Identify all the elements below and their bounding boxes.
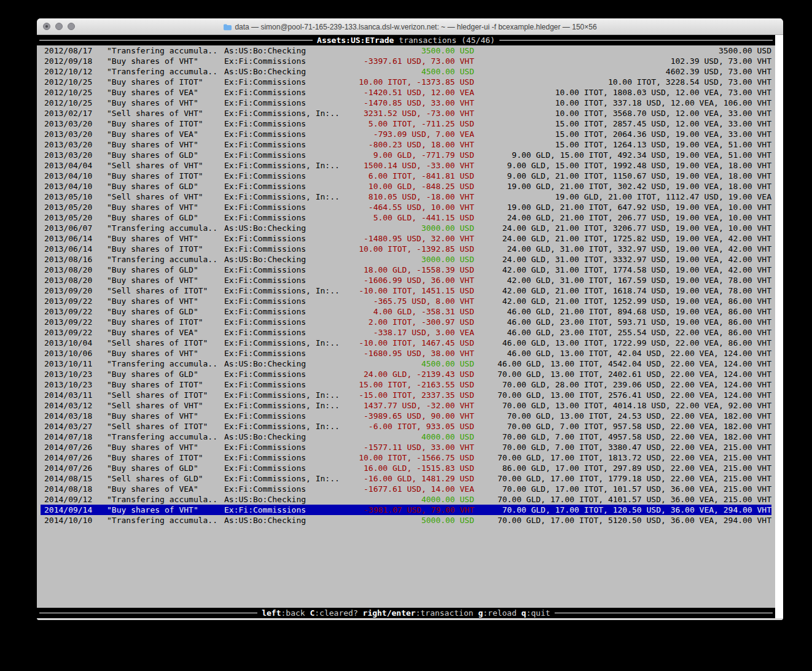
- table-row[interactable]: 2014/03/11 "Sell shares of ITOT" Ex:Fi:C…: [41, 390, 771, 400]
- table-row[interactable]: 2014/03/12 "Sell shares of VHT" Ex:Fi:Co…: [41, 400, 771, 411]
- table-row[interactable]: 2013/05/10 "Sell shares of VHT" Ex:Fi:Co…: [41, 192, 771, 202]
- row-change: 5.00 GLD, -441.15 USD: [373, 212, 474, 223]
- row-accounts: Ex:Fi:Commissions: [224, 202, 306, 212]
- desktop-background: data — simon@pool-71-165-239-133.lsanca.…: [0, 0, 812, 671]
- row-description: "Transfering accumula..: [107, 254, 217, 265]
- table-row[interactable]: 2012/10/25 "Buy shares of ITOT" Ex:Fi:Co…: [41, 77, 771, 87]
- header-rule-right: [499, 40, 773, 41]
- row-balance: 10.00 ITOT, 337.18 USD, 12.00 VEA, 106.0…: [555, 98, 771, 108]
- row-change: -1577.11 USD, 33.00 VHT: [364, 442, 474, 452]
- row-change: -800.23 USD, 18.00 VHT: [369, 139, 474, 150]
- shortcut-action: :reload: [483, 608, 521, 618]
- table-row[interactable]: 2014/08/18 "Buy shares of VEA" Ex:Fi:Com…: [41, 484, 771, 494]
- row-date: 2014/07/26: [44, 442, 92, 452]
- row-balance: 10.00 ITOT, 3228.54 USD, 73.00 VHT: [608, 77, 771, 87]
- table-row[interactable]: 2013/09/20 "Sell shares of ITOT" Ex:Fi:C…: [41, 285, 771, 296]
- window-bottom-edge: [37, 618, 783, 620]
- terminal-window: data — simon@pool-71-165-239-133.lsanca.…: [37, 18, 783, 620]
- row-balance: 15.00 ITOT, 2857.45 USD, 12.00 VEA, 33.0…: [555, 118, 771, 129]
- row-date: 2012/08/17: [44, 45, 92, 56]
- row-date: 2014/09/14: [44, 505, 92, 515]
- row-change: 10.00 ITOT, -1392.85 USD: [359, 244, 474, 254]
- table-row[interactable]: 2013/10/04 "Sell shares of ITOT" Ex:Fi:C…: [41, 338, 771, 348]
- row-change: 9.00 GLD, -771.79 USD: [373, 150, 474, 160]
- table-row[interactable]: 2014/07/18 "Transfering accumula.. As:US…: [41, 432, 771, 442]
- row-date: 2014/03/18: [44, 411, 92, 421]
- table-row[interactable]: 2013/04/10 "Buy shares of ITOT" Ex:Fi:Co…: [41, 171, 771, 181]
- transaction-rows: 2012/08/17 "Transfering accumula.. As:US…: [41, 45, 771, 526]
- header-account-name: Assets:US:ETrade: [317, 36, 394, 45]
- table-row[interactable]: 2013/03/20 "Buy shares of GLD" Ex:Fi:Com…: [41, 150, 771, 160]
- row-description: "Transfering accumula..: [107, 359, 217, 369]
- table-row[interactable]: 2013/03/20 "Buy shares of VHT" Ex:Fi:Com…: [41, 139, 771, 150]
- table-row[interactable]: 2014/07/26 "Buy shares of VHT" Ex:Fi:Com…: [41, 442, 771, 452]
- table-row[interactable]: 2013/09/22 "Buy shares of ITOT" Ex:Fi:Co…: [41, 317, 771, 327]
- row-description: "Buy shares of ITOT": [107, 244, 203, 254]
- row-change: -365.75 USD, 8.00 VHT: [373, 296, 474, 306]
- row-description: "Buy shares of ITOT": [107, 118, 203, 129]
- table-row[interactable]: 2014/07/26 "Buy shares of ITOT" Ex:Fi:Co…: [41, 452, 771, 463]
- row-balance: 70.00 GLD, 13.00 ITOT, 2576.41 USD, 22.0…: [498, 390, 771, 400]
- row-description: "Buy shares of VHT": [107, 505, 198, 515]
- table-row[interactable]: 2013/08/16 "Transfering accumula.. As:US…: [41, 254, 771, 265]
- table-row[interactable]: 2014/09/14 "Buy shares of VHT" Ex:Fi:Com…: [41, 505, 771, 515]
- row-balance: 46.00 GLD, 13.00 ITOT, 1722.99 USD, 22.0…: [502, 338, 771, 348]
- table-row[interactable]: 2012/08/17 "Transfering accumula.. As:US…: [41, 45, 771, 56]
- table-row[interactable]: 2014/03/27 "Sell shares of ITOT" Ex:Fi:C…: [41, 421, 771, 432]
- table-row[interactable]: 2014/08/15 "Sell shares of GLD" Ex:Fi:Co…: [41, 473, 771, 484]
- table-row[interactable]: 2013/10/23 "Buy shares of ITOT" Ex:Fi:Co…: [41, 379, 771, 390]
- table-row[interactable]: 2014/07/26 "Buy shares of GLD" Ex:Fi:Com…: [41, 463, 771, 473]
- table-row[interactable]: 2012/09/18 "Buy shares of VHT" Ex:Fi:Com…: [41, 56, 771, 66]
- table-row[interactable]: 2013/04/10 "Buy shares of GLD" Ex:Fi:Com…: [41, 181, 771, 192]
- footer-rule-right: [555, 613, 773, 613]
- row-description: "Buy shares of VHT": [107, 275, 198, 285]
- row-accounts: Ex:Fi:Commissions: [224, 265, 306, 275]
- footer-shortcuts: left:back C:cleared? right/enter:transac…: [257, 608, 555, 618]
- table-row[interactable]: 2013/09/22 "Buy shares of VEA" Ex:Fi:Com…: [41, 327, 771, 338]
- table-row[interactable]: 2013/03/20 "Buy shares of ITOT" Ex:Fi:Co…: [41, 118, 771, 129]
- row-change: 4500.00 USD: [421, 359, 474, 369]
- row-accounts: Ex:Fi:Commissions, In:..: [224, 473, 340, 484]
- scrollbar[interactable]: [775, 35, 783, 618]
- row-description: "Buy shares of ITOT": [107, 77, 203, 87]
- shortcut-action: :transaction: [416, 608, 478, 618]
- row-change: 3000.00 USD: [421, 254, 474, 265]
- table-row[interactable]: 2013/08/20 "Buy shares of GLD" Ex:Fi:Com…: [41, 265, 771, 275]
- table-row[interactable]: 2013/04/04 "Sell shares of VHT" Ex:Fi:Co…: [41, 160, 771, 171]
- row-description: "Transfering accumula..: [107, 223, 217, 233]
- table-row[interactable]: 2013/06/07 "Transfering accumula.. As:US…: [41, 223, 771, 233]
- table-row[interactable]: 2013/02/17 "Sell shares of VHT" Ex:Fi:Co…: [41, 108, 771, 118]
- row-date: 2013/09/22: [44, 306, 92, 317]
- row-balance: 70.00 GLD, 17.00 ITOT, 1779.18 USD, 22.0…: [498, 473, 771, 484]
- table-row[interactable]: 2013/10/11 "Transfering accumula.. As:US…: [41, 359, 771, 369]
- row-balance: 42.00 GLD, 31.00 ITOT, 167.59 USD, 19.00…: [507, 275, 771, 285]
- table-row[interactable]: 2013/10/23 "Buy shares of GLD" Ex:Fi:Com…: [41, 369, 771, 379]
- table-row[interactable]: 2014/10/10 "Transfering accumula.. As:US…: [41, 515, 771, 526]
- table-row[interactable]: 2012/10/25 "Buy shares of VHT" Ex:Fi:Com…: [41, 98, 771, 108]
- row-change: -15.00 ITOT, 2337.35 USD: [359, 390, 474, 400]
- table-row[interactable]: 2012/10/25 "Buy shares of VEA" Ex:Fi:Com…: [41, 87, 771, 98]
- table-row[interactable]: 2013/06/14 "Buy shares of ITOT" Ex:Fi:Co…: [41, 244, 771, 254]
- table-row[interactable]: 2013/08/20 "Buy shares of VHT" Ex:Fi:Com…: [41, 275, 771, 285]
- table-row[interactable]: 2013/09/22 "Buy shares of VHT" Ex:Fi:Com…: [41, 296, 771, 306]
- row-description: "Sell shares of VHT": [107, 192, 203, 202]
- row-accounts: As:US:Bo:Checking: [224, 254, 306, 265]
- table-row[interactable]: 2013/05/20 "Buy shares of VHT" Ex:Fi:Com…: [41, 202, 771, 212]
- table-row[interactable]: 2013/06/14 "Buy shares of VHT" Ex:Fi:Com…: [41, 233, 771, 244]
- row-change: -1677.61 USD, 14.00 VEA: [364, 484, 474, 494]
- row-date: 2013/04/04: [44, 160, 92, 171]
- row-change: 3000.00 USD: [421, 223, 474, 233]
- table-row[interactable]: 2013/09/22 "Buy shares of GLD" Ex:Fi:Com…: [41, 306, 771, 317]
- table-row[interactable]: 2013/05/20 "Buy shares of GLD" Ex:Fi:Com…: [41, 212, 771, 223]
- table-row[interactable]: 2012/10/12 "Transfering accumula.. As:US…: [41, 66, 771, 77]
- header-rule-left: [39, 40, 313, 41]
- row-balance: 70.00 GLD, 17.00 ITOT, 1813.72 USD, 22.0…: [498, 452, 771, 463]
- row-description: "Buy shares of ITOT": [107, 379, 203, 390]
- table-row[interactable]: 2013/10/06 "Buy shares of VHT" Ex:Fi:Com…: [41, 348, 771, 359]
- table-row[interactable]: 2014/09/12 "Transfering accumula.. As:US…: [41, 494, 771, 505]
- row-change: 3231.52 USD, -73.00 VHT: [364, 108, 474, 118]
- row-change: 10.00 ITOT, -1566.75 USD: [359, 452, 474, 463]
- table-row[interactable]: 2014/03/18 "Buy shares of VHT" Ex:Fi:Com…: [41, 411, 771, 421]
- row-accounts: Ex:Fi:Commissions: [224, 118, 306, 129]
- table-row[interactable]: 2013/03/20 "Buy shares of VEA" Ex:Fi:Com…: [41, 129, 771, 139]
